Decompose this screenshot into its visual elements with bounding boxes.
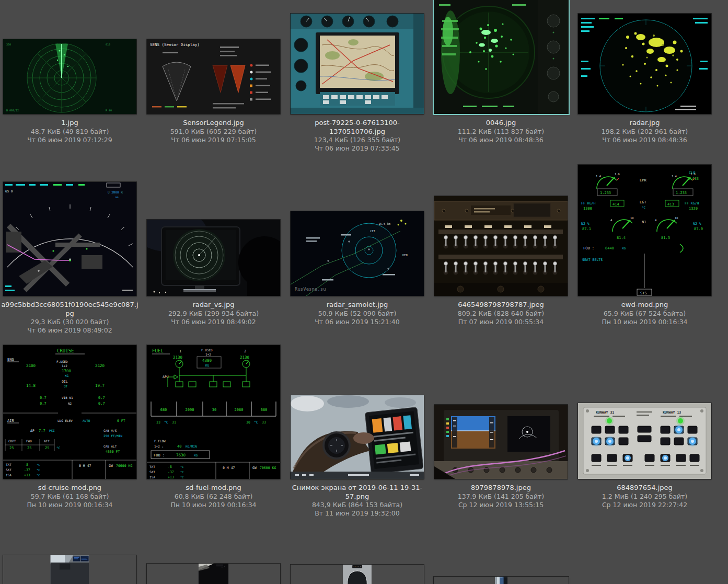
sd-temp: 31 [172, 420, 176, 425]
file-item-sdcruise[interactable]: CRUISE ENG F.USED 1+2 2400 2420 1700 KG … [0, 345, 142, 555]
ewd-n2-value-1: 87.1 [582, 227, 591, 231]
sd-temp-value: 25 [27, 446, 31, 450]
sd-fflow-label: F.FLOW [154, 439, 166, 443]
sd-gw-value: 70600 KG [116, 464, 132, 468]
thumbnail-sd-cruise-image[interactable]: CRUISE ENG F.USED 1+2 2400 2420 1700 KG … [3, 345, 136, 479]
grid-row-1: 350010B 080/12R 40 1.jpg 48,7 КиБ (49 81… [0, 0, 728, 165]
file-item-row4-4[interactable] [429, 555, 573, 584]
file-date: Вт 11 июн 2019 19:32:00 [287, 509, 427, 518]
thumbnail-runway-panel-photo[interactable]: RUNWAY 31 RUNWAY 13 [578, 403, 711, 479]
file-caption: 0046.jpg 111,2 КиБ (113 837 байт) Чт 06 … [458, 119, 545, 144]
file-item-post79225[interactable]: post-79225-0-67613100-1370510706.jpg 123… [285, 0, 429, 165]
sd-cabalt-label: CAB ALT [103, 444, 117, 448]
sd-eng2-label: 2 [244, 349, 246, 353]
sd-tat-label: TAT [6, 463, 11, 466]
sd-oil-value-1: 14.8 [26, 383, 36, 388]
thumbnail-switch-panel-image[interactable] [434, 196, 568, 296]
sd-oil-unit: QT [64, 384, 68, 388]
file-item-ewd[interactable]: CLB 1.433 EPR 1.4 1.6 1.4 1.6 1.233 1.23… [573, 165, 717, 345]
file-item-0046[interactable]: 0046.jpg 111,2 КиБ (113 837 байт) Чт 06 … [429, 0, 573, 165]
file-date: Чт 06 июн 2019 08:48:36 [458, 136, 545, 144]
thumbnail-weather-radar-image[interactable] [578, 14, 711, 114]
thumbnail-atc-screen-image[interactable]: CIT HEN 15.6 km RusVesna.su [291, 211, 424, 296]
ewd-ff-label-1: FF KG/H [581, 201, 595, 205]
ewd-n1-value-2: 81.3 [661, 236, 670, 240]
file-item-row4-1[interactable] [0, 555, 142, 584]
sd-n2-value: 0.7 [40, 402, 47, 406]
file-name: radar_vs.jpg [168, 301, 259, 310]
file-name: post-79225-0-67613100-1370510706.jpg [287, 119, 427, 136]
thumbnail-ewd-display-image[interactable]: CLB 1.433 EPR 1.4 1.6 1.4 1.6 1.233 1.23… [578, 165, 711, 296]
file-item-runway-panel[interactable]: RUNWAY 31 RUNWAY 13 [573, 345, 717, 555]
file-item-radarvs[interactable]: radar_vs.jpg 292,9 КиБ (299 934 байта) Ч… [142, 165, 285, 345]
thumbnail-dark-panel-photo-cropped[interactable] [147, 564, 280, 584]
file-item-cockpit-avionics[interactable]: 8979878978.jpeg 137,9 КиБ (141 205 байт)… [429, 345, 573, 555]
file-caption: 6465498798798787.jpeg 809,2 КиБ (828 640… [458, 301, 545, 326]
file-item-a99[interactable]: GS 0 U 2800 R nm a99c5bbd3cc68051f0190ec… [0, 165, 142, 345]
thumbnail-airport-nd-image[interactable]: GS 0 U 2800 R nm [3, 182, 136, 296]
file-item-screenshot[interactable]: Снимок экрана от 2019-06-11 19-31-57.png… [285, 345, 429, 555]
file-caption: post-79225-0-67613100-1370510706.jpg 123… [287, 119, 427, 153]
thumbnail-sd-fuel-image[interactable]: FUEL 1 F.USED 1+2 2 2130 2130 4380 KG AP… [147, 345, 280, 479]
file-item-switchpanel[interactable]: 6465498798798787.jpeg 809,2 КиБ (828 640… [429, 165, 573, 345]
file-item-sensorlegend[interactable]: SENS (Sensor Display) SensorLeg [142, 0, 285, 165]
file-caption: sd-cruise-mod.png 59,7 КиБ (61 168 байт)… [27, 484, 112, 509]
svg-text:010: 010 [106, 43, 110, 46]
thumbnail-flight-deck-photo-cropped[interactable] [434, 577, 569, 584]
sd-temp: 30 [246, 420, 250, 425]
file-size: 137,9 КиБ (141 205 байт) [458, 493, 545, 501]
ewd-fob-value: 8440 [605, 246, 614, 250]
ewd-seatbelts-memo: SEAT BELTS [582, 258, 603, 262]
ewd-n2-value-2: 87.0 [694, 227, 703, 231]
atc-label-hen: HEN [402, 254, 408, 257]
sd-tat-value: -8 [24, 463, 28, 467]
file-name: ewd-mod.png [602, 301, 687, 310]
file-size: 809,2 КиБ (828 640 байт) [458, 310, 545, 318]
thumbnail-cockpit-window-photo-cropped[interactable] [291, 565, 424, 584]
sd-gw-label: GW [109, 464, 113, 468]
sd-tank-qty: 680 [261, 408, 268, 412]
thumbnail-cockpit-map-image[interactable] [291, 14, 424, 114]
ewd-tick: 1.6 [690, 173, 696, 176]
file-size: 198,2 КиБ (202 961 байт) [602, 128, 688, 136]
file-item-row4-3[interactable] [285, 555, 429, 584]
file-thumbnail-grid: 350010B 080/12R 40 1.jpg 48,7 КиБ (49 81… [0, 0, 728, 584]
grid-row-4 [0, 555, 728, 584]
file-item-radarjpg[interactable]: radar.jpg 198,2 КиБ (202 961 байт) Чт 06… [573, 0, 717, 165]
file-name: 1.jpg [27, 119, 112, 128]
thumbnail-atc-operator-image[interactable] [147, 220, 280, 296]
sd-oil-value-2: 19.7 [95, 383, 105, 388]
file-item-row4-2[interactable] [142, 555, 285, 584]
file-name: 0046.jpg [458, 119, 545, 128]
thumbnail-watch-tablet-photo[interactable] [291, 395, 424, 479]
sd-cabalt-value: 4550 FT [106, 450, 120, 454]
file-date: Пт 07 июн 2019 00:55:34 [458, 318, 545, 326]
sd-fused-value-1: 2400 [26, 363, 36, 368]
thumbnail-cockpit-photo-cropped[interactable] [3, 555, 136, 584]
sd-fuel-title: FUEL [152, 348, 164, 353]
sd-fused-sel: 1+2 [62, 364, 67, 368]
runway-left-label: RUNWAY 31 [596, 410, 614, 415]
sd-kg-unit: KG [205, 363, 210, 367]
thumbnail-cockpit-avionics-photo[interactable] [434, 405, 568, 479]
thumbnail-radar-scope-image[interactable]: 350010B 080/12R 40 [3, 39, 136, 114]
thumbnail-crt-radar-image[interactable] [434, 0, 569, 114]
ewd-tick: 10 [630, 216, 634, 220]
ewd-tick: 1.6 [615, 173, 620, 176]
ewd-n2-label-2: N2 % [693, 222, 701, 226]
file-size: 123,4 КиБ (126 355 байт) [287, 136, 427, 144]
sd-eng1-label: 1 [179, 349, 181, 353]
file-date: Пн 10 июн 2019 00:16:34 [170, 501, 256, 509]
ewd-fob-label: FOB : [583, 246, 594, 250]
file-item-1jpg[interactable]: 350010B 080/12R 40 1.jpg 48,7 КиБ (49 81… [0, 0, 142, 165]
file-item-radarsamolet[interactable]: CIT HEN 15.6 km RusVesna.su radar_samole… [285, 165, 429, 345]
sd-fused-sel: 1+2 [205, 352, 211, 356]
file-item-sdfuel[interactable]: FUEL 1 F.USED 1+2 2 2130 2130 4380 KG AP… [142, 345, 285, 555]
file-name: 8979878978.jpeg [458, 484, 545, 493]
thumbnail-sensor-legend-image[interactable]: SENS (Sensor Display) [147, 39, 280, 114]
ewd-ff-value-2: 1320 [689, 207, 698, 211]
sd-fob-value: 7630 [176, 453, 186, 457]
sd-sat-value: -37 [168, 470, 174, 474]
atc-label-cit: CIT [370, 230, 376, 233]
sd-sat-label: SAT [6, 468, 11, 472]
